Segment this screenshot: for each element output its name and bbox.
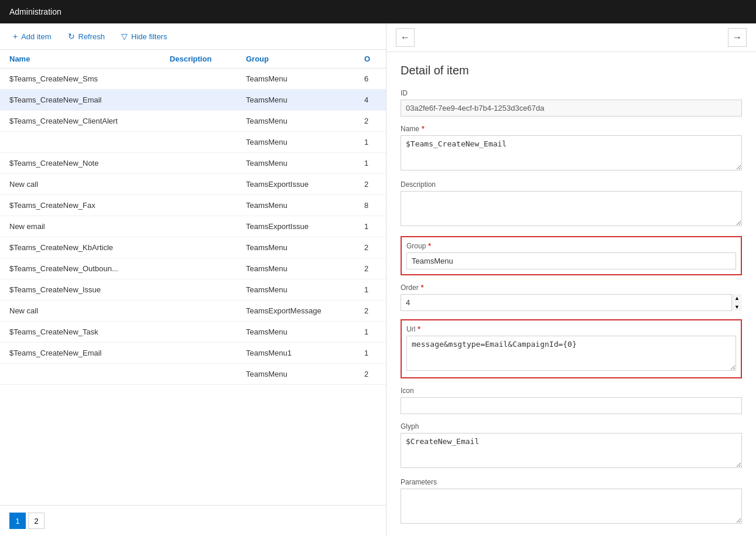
order-input[interactable] (401, 294, 742, 311)
name-label: Name * (401, 125, 742, 133)
table-row[interactable]: $Teams_CreateNew_Sms TeamsMenu 6 (0, 69, 386, 90)
url-required: * (418, 325, 420, 333)
cell-description (160, 111, 237, 132)
name-field-group: Name * (401, 125, 742, 172)
next-button[interactable]: → (728, 28, 747, 47)
glyph-input[interactable] (401, 433, 742, 468)
table-header-row: Name Description Group O (0, 50, 386, 69)
page-2-button[interactable]: 2 (28, 513, 45, 529)
cell-description (160, 153, 237, 174)
table-row[interactable]: New call TeamsExportIssue 2 (0, 174, 386, 195)
cell-group: TeamsMenu (237, 132, 355, 153)
add-item-button[interactable]: + Add item (9, 29, 55, 43)
cell-description (160, 132, 237, 153)
table-row[interactable]: $Teams_CreateNew_ClientAlert TeamsMenu 2 (0, 111, 386, 132)
cell-description (160, 237, 237, 258)
cell-group: TeamsMenu (237, 364, 355, 385)
cell-group: TeamsMenu1 (237, 343, 355, 364)
order-input-wrap: ▲ ▼ (401, 294, 742, 311)
cell-order: 4 (355, 90, 386, 111)
cell-order: 2 (355, 111, 386, 132)
description-input[interactable] (401, 191, 742, 226)
icon-input[interactable] (401, 397, 742, 414)
cell-order: 1 (355, 322, 386, 343)
cell-group: TeamsMenu (237, 69, 355, 90)
table-row[interactable]: TeamsMenu 2 (0, 364, 386, 385)
col-header-order[interactable]: O (355, 50, 386, 69)
table-row[interactable]: $Teams_CreateNew_Email TeamsMenu 4 (0, 90, 386, 111)
glyph-field-group: Glyph (401, 422, 742, 470)
group-highlighted-box: Group * (401, 236, 742, 275)
parameters-field-group: Parameters (401, 478, 742, 525)
cell-name: $Teams_CreateNew_Fax (0, 195, 160, 216)
cell-order: 2 (355, 237, 386, 258)
cell-group: TeamsMenu (237, 322, 355, 343)
cell-group: TeamsExportMessage (237, 301, 355, 322)
cell-name: $Teams_CreateNew_KbArticle (0, 237, 160, 258)
description-field-group: Description (401, 180, 742, 228)
col-header-description[interactable]: Description (160, 50, 237, 69)
hide-filters-button[interactable]: ▽ Hide filters (118, 29, 170, 43)
cell-description (160, 322, 237, 343)
cell-name: $Teams_CreateNew_ClientAlert (0, 111, 160, 132)
cell-order: 1 (355, 216, 386, 237)
cell-group: TeamsMenu (237, 258, 355, 279)
cell-name: New call (0, 301, 160, 322)
cell-order: 2 (355, 258, 386, 279)
col-header-group[interactable]: Group (237, 50, 355, 69)
table-row[interactable]: $Teams_CreateNew_Outboun... TeamsMenu 2 (0, 258, 386, 279)
table-row[interactable]: $Teams_CreateNew_Task TeamsMenu 1 (0, 322, 386, 343)
cell-description (160, 258, 237, 279)
cell-name: $Teams_CreateNew_Note (0, 153, 160, 174)
page-1-button[interactable]: 1 (9, 513, 26, 529)
refresh-label: Refresh (78, 32, 105, 41)
cell-order: 2 (355, 174, 386, 195)
table-row[interactable]: $Teams_CreateNew_Fax TeamsMenu 8 (0, 195, 386, 216)
cell-group: TeamsMenu (237, 279, 355, 301)
cell-order: 2 (355, 364, 386, 385)
cell-description (160, 216, 237, 237)
order-up-button[interactable]: ▲ (732, 294, 742, 303)
cell-order: 1 (355, 132, 386, 153)
table-row[interactable]: New email TeamsExportIssue 1 (0, 216, 386, 237)
cell-order: 1 (355, 343, 386, 364)
id-field-group: ID (401, 89, 742, 117)
url-highlighted-box: Url * (401, 319, 742, 378)
group-input[interactable] (406, 252, 736, 269)
cell-name (0, 364, 160, 385)
cell-group: TeamsExportIssue (237, 174, 355, 195)
name-input[interactable] (401, 135, 742, 170)
table-row[interactable]: New call TeamsExportMessage 2 (0, 301, 386, 322)
plus-icon: + (13, 32, 18, 41)
cell-name: $Teams_CreateNew_Sms (0, 69, 160, 90)
table-row[interactable]: $Teams_CreateNew_Email TeamsMenu1 1 (0, 343, 386, 364)
table-row[interactable]: $Teams_CreateNew_Note TeamsMenu 1 (0, 153, 386, 174)
app-title: Administration (9, 7, 61, 16)
url-input[interactable] (406, 336, 736, 371)
cell-description (160, 90, 237, 111)
cell-description (160, 279, 237, 301)
col-header-name[interactable]: Name (0, 50, 160, 69)
cell-group: TeamsMenu (237, 237, 355, 258)
cell-order: 8 (355, 195, 386, 216)
parameters-input[interactable] (401, 489, 742, 524)
cell-name: New call (0, 174, 160, 195)
cell-group: TeamsMenu (237, 153, 355, 174)
refresh-button[interactable]: ↻ Refresh (64, 29, 109, 43)
order-label: Order * (401, 284, 742, 292)
id-input (401, 100, 742, 117)
icon-field-group: Icon (401, 387, 742, 414)
cell-description (160, 69, 237, 90)
cell-order: 2 (355, 301, 386, 322)
cell-name: $Teams_CreateNew_Outboun... (0, 258, 160, 279)
order-down-button[interactable]: ▼ (732, 303, 742, 312)
group-required: * (428, 242, 431, 250)
table-row[interactable]: TeamsMenu 1 (0, 132, 386, 153)
previous-button[interactable]: ← (396, 28, 415, 47)
table-row[interactable]: $Teams_CreateNew_Issue TeamsMenu 1 (0, 279, 386, 301)
cell-group: TeamsMenu (237, 90, 355, 111)
cell-order: 6 (355, 69, 386, 90)
right-panel: ← → Detail of item ID Name * (386, 23, 756, 536)
table-row[interactable]: $Teams_CreateNew_KbArticle TeamsMenu 2 (0, 237, 386, 258)
data-table: Name Description Group O $Teams_CreateNe… (0, 50, 386, 385)
